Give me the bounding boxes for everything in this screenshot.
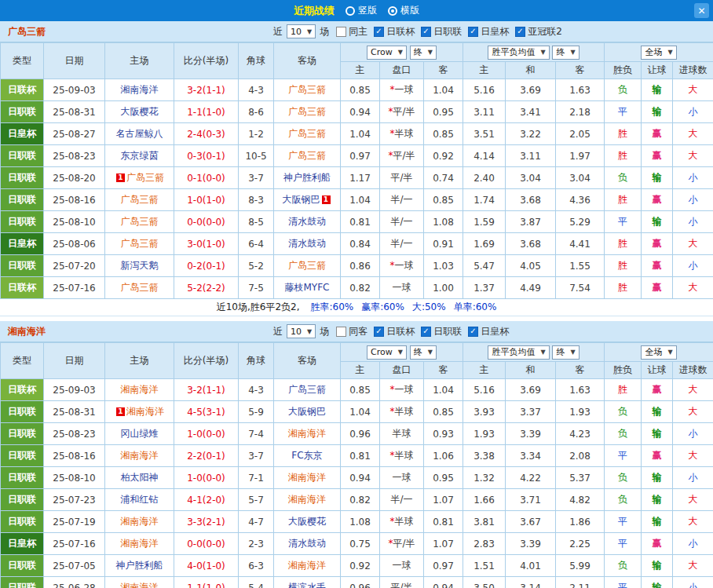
euro-draw-odds-cell: 3.69 <box>506 79 556 101</box>
asian-home-odds-cell: 1.08 <box>341 511 380 533</box>
bookmaker-select[interactable]: Crow▼ <box>367 345 407 360</box>
euro-mean-select[interactable]: 胜平负均值▼ <box>488 345 549 360</box>
filter-checkbox[interactable]: 亚冠联2 <box>515 25 562 38</box>
team-link: 湘南海洋 <box>288 560 326 571</box>
date-cell: 25-09-03 <box>44 379 105 401</box>
handicap-cell: *平/半 <box>380 101 424 123</box>
home-team-cell: 大阪樱花 <box>105 101 174 123</box>
col-handicap-result: 让球 <box>642 62 673 79</box>
date-cell: 25-07-16 <box>44 533 105 555</box>
team-link: 横滨水手 <box>288 582 326 588</box>
checkbox-unchecked-icon[interactable] <box>336 327 346 337</box>
match-row: 日职联25-08-311湘南海洋4-5(3-1)5-9大阪钢巴1.04*半球0.… <box>1 401 713 423</box>
scope-select[interactable]: 全场▼ <box>641 46 676 60</box>
handicap-result-cell: 输 <box>642 555 673 577</box>
scope-select[interactable]: 全场▼ <box>641 345 676 360</box>
asian-home-odds-cell: 0.81 <box>341 445 380 467</box>
filter-checkbox[interactable]: 日联杯 <box>374 325 415 338</box>
col-type: 类型 <box>1 43 44 79</box>
radio-selected-icon[interactable] <box>388 6 397 16</box>
section-team-shonan: 湘南海洋 近 10 ▼ 场 同客日联杯日职联日皇杯 类型 日期 主场 比分(半场… <box>0 321 713 588</box>
home-team-cell: 新泻天鹅 <box>105 255 174 277</box>
match-row: 日职联25-08-10广岛三箭0-0(0-0)8-5清水鼓动0.81半/一1.0… <box>1 211 713 233</box>
match-count-select[interactable]: 10 ▼ <box>287 24 316 38</box>
checkbox-checked-icon[interactable] <box>468 27 478 37</box>
score-cell: 0-3(0-1) <box>174 145 239 167</box>
checkbox-checked-icon[interactable] <box>515 27 525 37</box>
layout-radio-horizontal[interactable]: 横版 <box>388 4 419 17</box>
asian-home-odds-cell: 1.04 <box>341 123 380 145</box>
date-cell: 25-08-31 <box>44 401 105 423</box>
scope-group: 全场▼ <box>605 343 713 362</box>
col-result: 胜负 <box>605 362 642 379</box>
match-count-value: 10 <box>291 27 302 37</box>
score-cell: 1-1(1-0) <box>174 101 239 123</box>
match-row: 日职联25-07-19湘南海洋3-3(2-1)4-7大阪樱花1.08*半球0.8… <box>1 511 713 533</box>
corner-cell: 4-3 <box>239 79 274 101</box>
col-euro-home: 主 <box>463 362 506 379</box>
match-count-select[interactable]: 10 ▼ <box>287 324 316 338</box>
away-team-cell: 湘南海洋 <box>274 489 341 511</box>
euro-home-odds-cell: 2.40 <box>463 167 506 189</box>
handicap-result-cell: 赢 <box>642 533 673 555</box>
col-date: 日期 <box>44 43 105 79</box>
euro-mean-select[interactable]: 胜平负均值▼ <box>488 46 549 60</box>
date-cell: 25-07-20 <box>44 255 105 277</box>
checkbox-checked-icon[interactable] <box>421 27 431 37</box>
checkbox-checked-icon[interactable] <box>421 327 431 337</box>
filter-checkbox[interactable]: 日皇杯 <box>468 325 509 338</box>
euro-away-odds-cell: 1.55 <box>556 255 605 277</box>
close-icon[interactable]: ✕ <box>694 3 709 18</box>
checkbox-checked-icon[interactable] <box>468 327 478 337</box>
handicap-cell: 一球 <box>380 277 424 299</box>
filter-checkbox[interactable]: 日职联 <box>421 325 462 338</box>
filter-checkbox[interactable]: 同客 <box>336 325 367 338</box>
col-handicap-result: 让球 <box>642 362 673 379</box>
checkbox-unchecked-icon[interactable] <box>336 27 346 37</box>
asian-time-value: 终 <box>414 46 422 58</box>
team-link: FC东京 <box>291 450 322 461</box>
team-link: 湘南海洋 <box>121 450 159 461</box>
checkbox-checked-icon[interactable] <box>374 327 384 337</box>
match-row: 日皇杯25-07-16湘南海洋0-0(0-0)2-3清水鼓动0.75*平/半1.… <box>1 533 713 555</box>
handicap-cell: 一球 <box>380 555 424 577</box>
filter-checkbox[interactable]: 日职联 <box>421 25 462 38</box>
goals-cell: 小 <box>673 211 713 233</box>
league-cell: 日职联 <box>1 401 44 423</box>
team-link: 神户胜利船 <box>116 560 163 571</box>
col-corner: 角球 <box>239 43 274 79</box>
date-cell: 25-08-31 <box>44 101 105 123</box>
goals-cell: 小 <box>673 577 713 588</box>
col-euro-draw: 和 <box>506 362 556 379</box>
league-cell: 日职联 <box>1 511 44 533</box>
league-cell: 日联杯 <box>1 79 44 101</box>
radio-icon[interactable] <box>346 6 355 16</box>
euro-time-select[interactable]: 终▼ <box>552 345 579 360</box>
euro-home-odds-cell: 3.50 <box>463 577 506 588</box>
score-cell: 4-5(3-1) <box>174 401 239 423</box>
team-link: 神户胜利船 <box>283 172 331 183</box>
euro-time-select[interactable]: 终▼ <box>552 46 579 60</box>
date-cell: 25-08-23 <box>44 423 105 445</box>
checkbox-label: 日职联 <box>433 325 462 338</box>
filter-checkbox[interactable]: 日联杯 <box>374 25 415 38</box>
asian-away-odds-cell: 0.85 <box>424 123 463 145</box>
asian-home-odds-cell: 0.82 <box>341 489 380 511</box>
home-team-cell: 湘南海洋 <box>105 511 174 533</box>
checkbox-checked-icon[interactable] <box>374 27 384 37</box>
scope-group: 全场▼ <box>605 43 713 62</box>
col-home: 主场 <box>105 343 174 379</box>
league-cell: 日职联 <box>1 167 44 189</box>
bookmaker-select[interactable]: Crow▼ <box>367 46 407 60</box>
asian-time-select[interactable]: 终▼ <box>410 46 437 60</box>
handicap-cell: 平/半 <box>380 167 424 189</box>
goals-cell: 大 <box>673 489 713 511</box>
result-cell: 平 <box>605 445 642 467</box>
radio-label: 横版 <box>400 4 419 17</box>
filter-checkbox[interactable]: 同主 <box>336 25 367 38</box>
away-team-cell: 广岛三箭 <box>274 379 341 401</box>
filter-checkbox[interactable]: 日皇杯 <box>468 25 509 38</box>
asian-time-select[interactable]: 终▼ <box>410 345 437 360</box>
layout-radio-vertical[interactable]: 竖版 <box>346 4 377 17</box>
euro-home-odds-cell: 3.11 <box>463 101 506 123</box>
